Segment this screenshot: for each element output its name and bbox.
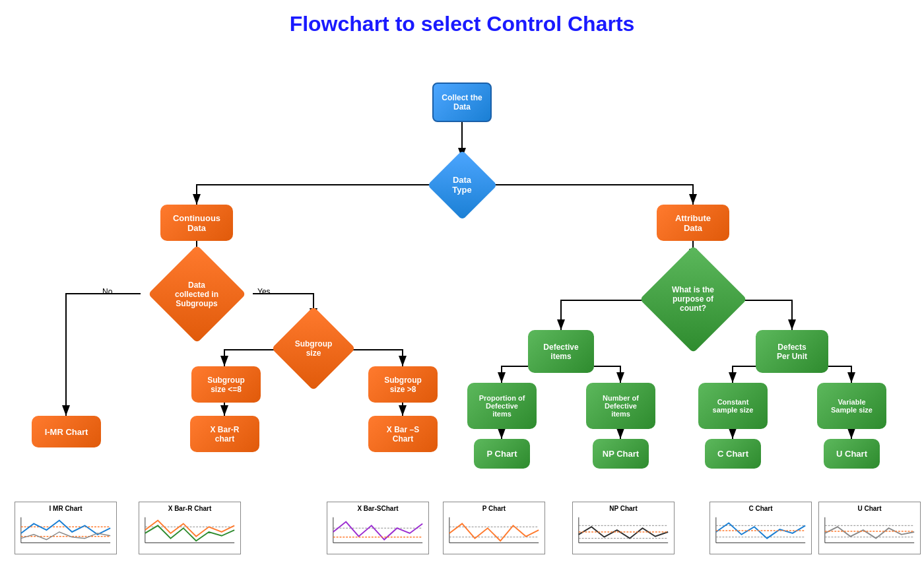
subgroup-gt8-node: Subgroup size >8 [368, 366, 438, 403]
p-chart-thumbnail: P Chart [443, 502, 545, 554]
subgroup-size-diamond: Subgroup size [277, 319, 350, 378]
xbar-r-chart-thumbnail: X Bar-R Chart [139, 502, 241, 554]
c-chart-node: C Chart [705, 439, 761, 469]
xbar-r-node: X Bar-R chart [190, 416, 259, 452]
c-chart-thumbnail: C Chart [710, 502, 812, 554]
p-chart-svg [446, 513, 542, 550]
data-type-diamond: Data Type [429, 158, 495, 211]
c-chart-title: C Chart [748, 505, 772, 512]
p-chart-node: P Chart [474, 439, 530, 469]
c-chart-svg [713, 513, 808, 550]
xbar-s-chart-title: X Bar-SChart [357, 505, 398, 512]
defects-per-unit-node: Defects Per Unit [756, 330, 828, 373]
continuous-data-node: Continuous Data [160, 205, 233, 241]
proportion-defective-node: Proportion of Defective items [467, 383, 537, 429]
imr-chart-node: I-MR Chart [32, 416, 101, 447]
imr-chart-title: I MR Chart [50, 505, 82, 512]
xbar-r-chart-svg [142, 513, 238, 550]
np-chart-title: NP Chart [609, 505, 638, 512]
xbar-s-chart-svg [330, 513, 426, 550]
u-chart-node: U Chart [824, 439, 880, 469]
variable-sample-node: Variable Sample size [817, 383, 886, 429]
subgroup-le8-node: Subgroup size <=8 [191, 366, 261, 403]
subgroups-diamond: Data collected in Subgroups [154, 259, 240, 329]
np-chart-svg [576, 513, 671, 550]
u-chart-svg [822, 513, 917, 550]
p-chart-title: P Chart [482, 505, 506, 512]
attribute-data-node: Attribute Data [657, 205, 729, 241]
flowchart: Collect the Data Data Type Continuous Da… [0, 43, 924, 558]
yes-label: Yes [257, 287, 271, 296]
imr-chart-thumbnail: I MR Chart [15, 502, 117, 554]
page-title: Flowchart to select Control Charts [0, 0, 924, 43]
imr-chart-svg [18, 513, 114, 550]
u-chart-title: U Chart [857, 505, 881, 512]
xbar-s-chart-thumbnail: X Bar-SChart [327, 502, 429, 554]
collect-data-node: Collect the Data [432, 82, 492, 122]
u-chart-thumbnail: U Chart [818, 502, 921, 554]
constant-sample-node: Constant sample size [698, 383, 768, 429]
np-chart-thumbnail: NP Chart [572, 502, 675, 554]
no-label: No [102, 287, 112, 296]
purpose-diamond: What is the purpose of count? [647, 259, 739, 339]
defective-items-node: Defective items [528, 330, 594, 373]
np-chart-node: NP Chart [593, 439, 649, 469]
xbar-s-node: X Bar –S Chart [368, 416, 438, 452]
number-defective-node: Number of Defective items [586, 383, 655, 429]
xbar-r-chart-title: X Bar-R Chart [168, 505, 212, 512]
